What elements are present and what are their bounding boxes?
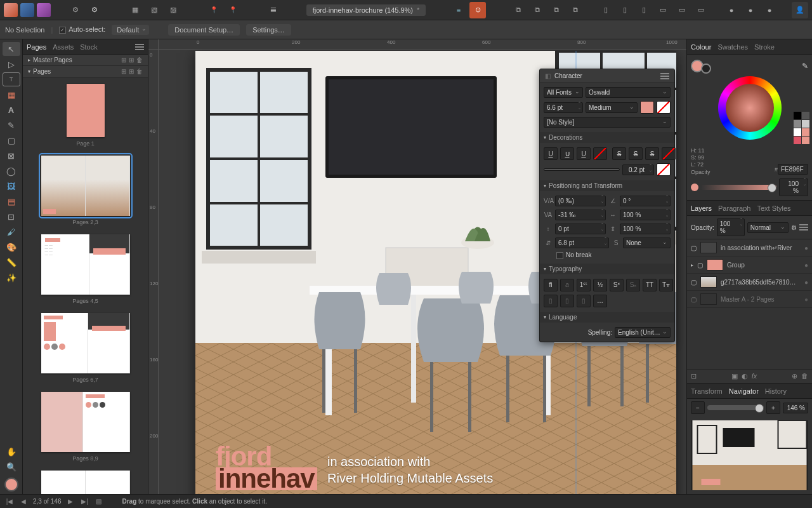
superscript-icon[interactable]: Sˣ	[610, 279, 624, 291]
hex-input[interactable]	[778, 164, 808, 175]
document-setup-button[interactable]: Document Setup…	[168, 24, 240, 36]
zoom-out-button[interactable]: −	[691, 401, 705, 414]
tracking-input[interactable]: -31 ‰	[555, 210, 606, 220]
layer-fx-button-icon[interactable]: fx	[752, 372, 757, 380]
arrange-3-icon[interactable]: ⧉	[548, 2, 565, 18]
tab-colour[interactable]: Colour	[691, 43, 711, 51]
cloud-3-icon[interactable]: ●	[761, 2, 778, 18]
layer-mask-icon[interactable]: ▣	[731, 372, 738, 380]
tab-assets[interactable]: Assets	[53, 43, 74, 51]
fractions-icon[interactable]: ½	[593, 279, 607, 291]
auto-select-dropdown[interactable]: Default	[112, 25, 149, 35]
delete-layer-icon[interactable]: 🗑	[801, 372, 808, 380]
deco-weight-input[interactable]: 0.2 pt	[622, 164, 654, 175]
ligatures-icon[interactable]: fi	[544, 279, 558, 291]
pages-header[interactable]: ▾ Pages ⊞⊞🗑	[23, 66, 148, 77]
smallcaps-icon[interactable]: Tᴛ	[659, 279, 673, 291]
triple-underline-icon[interactable]: U	[577, 147, 591, 160]
decorations-section[interactable]: ▾Decorations	[540, 132, 674, 143]
layer-row[interactable]: ▢ Master A - 2 Pages ●	[687, 291, 812, 308]
gear-icon[interactable]: ⚙	[67, 2, 84, 18]
layer-row[interactable]: ▸ ▢ Group ●	[687, 257, 812, 274]
scale-basis-dropdown[interactable]: None	[623, 237, 671, 248]
tab-stock[interactable]: Stock	[80, 43, 98, 51]
layer-row[interactable]: ▢ in association with↵River ●	[687, 239, 812, 257]
fill-swatch[interactable]	[3, 475, 20, 494]
layer-adjust-icon[interactable]: ◐	[742, 372, 748, 380]
fill-colour-well[interactable]	[640, 101, 654, 114]
strike-3-icon[interactable]: S	[645, 147, 659, 160]
typo-2-icon[interactable]: ▯	[560, 295, 574, 307]
app-icon-designer[interactable]	[20, 3, 34, 17]
alt-a-icon[interactable]: a	[560, 279, 574, 291]
crop-tool[interactable]: ⊡	[3, 210, 20, 224]
opacity-slider[interactable]	[701, 185, 776, 190]
frame-text-tool[interactable]: T	[3, 72, 20, 86]
font-filter-dropdown[interactable]: All Fonts	[544, 87, 583, 98]
stroke-well[interactable]	[701, 64, 711, 74]
master-pages-header[interactable]: ▸ Master Pages ⊞⊞🗑	[23, 55, 148, 66]
pages-list[interactable]: Page 1 Pages 2,3 ── ──── ──── ──── ── Pa…	[23, 77, 148, 494]
pin-icon[interactable]: 📍	[206, 2, 222, 18]
pen-tool[interactable]: ✎	[3, 118, 20, 132]
zoom-slider[interactable]	[707, 405, 764, 410]
pan-tool[interactable]: ✋	[3, 444, 20, 458]
page-thumb-6-7[interactable]: Pages 6,7	[23, 313, 148, 383]
ruler-vertical[interactable]: 0 40 80 120 160 200	[148, 39, 159, 494]
navigator-preview[interactable]	[691, 420, 808, 490]
tab-history[interactable]: History	[765, 387, 787, 395]
recent-swatches[interactable]	[794, 112, 809, 144]
underline-icon[interactable]: U	[544, 147, 558, 160]
artistic-text-tool[interactable]: A	[3, 103, 20, 117]
typo-more-icon[interactable]: …	[593, 295, 607, 307]
tab-stroke[interactable]: Stroke	[754, 43, 775, 51]
kerning-input[interactable]: (0 ‰)	[555, 196, 606, 206]
last-page-button[interactable]: ▶|	[80, 497, 89, 506]
align-3-icon[interactable]: ▯	[636, 2, 652, 18]
tab-text-styles[interactable]: Text Styles	[757, 204, 790, 212]
fill-tool[interactable]: 🎨	[3, 240, 20, 254]
ruler-horizontal[interactable]: 0 200 400 600 800 1000	[159, 39, 686, 50]
arrange-1-icon[interactable]: ⧉	[510, 2, 527, 18]
layer-fx-icon[interactable]: ⚙	[791, 224, 797, 231]
preferences-icon[interactable]: ⚙	[86, 2, 103, 18]
ruler-tool[interactable]: 📏	[3, 255, 20, 269]
ruler-origin[interactable]	[148, 39, 159, 50]
language-section[interactable]: ▾Language	[540, 312, 674, 323]
zoom-in-button[interactable]: +	[766, 401, 780, 414]
tab-transform[interactable]: Transform	[691, 387, 723, 395]
zoom-tool[interactable]: 🔍	[3, 460, 20, 474]
expand-icon[interactable]: ▸	[691, 262, 693, 268]
hscale-input[interactable]: 100 %	[620, 210, 671, 220]
first-page-button[interactable]: |◀	[5, 497, 14, 506]
leading-input[interactable]: 6.8 pt	[555, 237, 609, 248]
no-deco-colour-icon[interactable]	[657, 163, 671, 176]
typo-1-icon[interactable]: ▯	[544, 295, 558, 307]
character-panel-menu-icon[interactable]	[660, 73, 669, 79]
next-page-button[interactable]: ▶	[66, 497, 75, 506]
rectangle-tool[interactable]: ▢	[3, 133, 20, 147]
font-size-input[interactable]: 6.6 pt	[544, 102, 583, 113]
visibility-toggle-icon[interactable]: ▢	[691, 279, 697, 286]
tab-layers[interactable]: Layers	[691, 204, 712, 212]
account-icon[interactable]: 👤	[792, 2, 808, 18]
page-thumb-10-11[interactable]	[23, 471, 148, 494]
panel-menu-icon[interactable]	[135, 44, 144, 50]
visibility-toggle-icon[interactable]: ▢	[697, 262, 703, 269]
zoom-value[interactable]: 146 %	[783, 403, 808, 413]
vscale-input[interactable]: 100 %	[620, 224, 671, 234]
tab-pages[interactable]: Pages	[27, 43, 46, 51]
strike-1-icon[interactable]: S	[612, 147, 626, 160]
font-family-dropdown[interactable]: Oswald	[586, 87, 671, 98]
allcaps-icon[interactable]: TT	[643, 279, 657, 291]
baseline-input[interactable]: 0 pt	[555, 224, 606, 234]
app-icon-photo[interactable]	[37, 3, 51, 17]
opacity-input[interactable]: 100 %	[779, 178, 808, 196]
tab-swatches[interactable]: Swatches	[717, 43, 748, 51]
text-wrap-3-icon[interactable]: ▨	[165, 2, 181, 18]
deco-slider[interactable]	[544, 168, 620, 171]
page-thumb-1[interactable]: Page 1	[23, 84, 148, 147]
no-strike-icon[interactable]	[662, 147, 676, 160]
layer-lock-icon[interactable]: ⊡	[691, 372, 697, 380]
text-wrap-icon[interactable]: ▦	[127, 2, 143, 18]
